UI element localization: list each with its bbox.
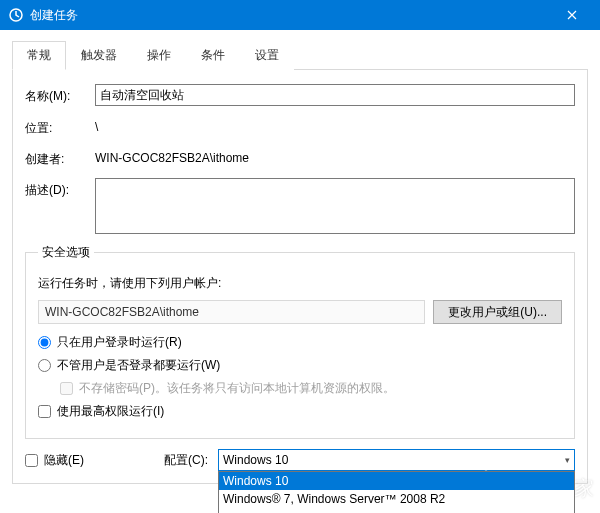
description-input[interactable]	[95, 178, 575, 234]
highest-priv-label: 使用最高权限运行(I)	[57, 403, 164, 420]
radio-logged-on-input[interactable]	[38, 336, 51, 349]
description-label: 描述(D):	[25, 178, 95, 199]
run-as-text: 运行任务时，请使用下列用户帐户:	[38, 275, 562, 292]
window-title: 创建任务	[30, 7, 552, 24]
config-select-value: Windows 10	[223, 453, 565, 467]
change-user-button[interactable]: 更改用户或组(U)...	[433, 300, 562, 324]
hidden-check[interactable]: 隐藏(E)	[25, 452, 84, 469]
no-password-label: 不存储密码(P)。该任务将只有访问本地计算机资源的权限。	[79, 380, 395, 397]
highest-priv-input[interactable]	[38, 405, 51, 418]
config-option-2[interactable]: Windows Vista™、Windows Server™ 2008	[219, 508, 574, 513]
app-icon	[8, 7, 24, 23]
security-legend: 安全选项	[38, 244, 94, 261]
tab-actions[interactable]: 操作	[132, 41, 186, 70]
titlebar: 创建任务	[0, 0, 600, 30]
tabs: 常规 触发器 操作 条件 设置	[12, 40, 588, 70]
security-options-group: 安全选项 运行任务时，请使用下列用户帐户: WIN-GCOC82FSB2A\it…	[25, 244, 575, 439]
config-select-box[interactable]: Windows 10 ▾	[218, 449, 575, 471]
no-password-check: 不存储密码(P)。该任务将只有访问本地计算机资源的权限。	[60, 380, 562, 397]
radio-any[interactable]: 不管用户是否登录都要运行(W)	[38, 357, 562, 374]
config-option-0[interactable]: Windows 10	[219, 472, 574, 490]
radio-logged-on-label: 只在用户登录时运行(R)	[57, 334, 182, 351]
name-input[interactable]	[95, 84, 575, 106]
tab-conditions[interactable]: 条件	[186, 41, 240, 70]
config-option-1[interactable]: Windows® 7, Windows Server™ 2008 R2	[219, 490, 574, 508]
no-password-input	[60, 382, 73, 395]
tab-triggers[interactable]: 触发器	[66, 41, 132, 70]
tab-general[interactable]: 常规	[12, 41, 66, 70]
highest-priv-check[interactable]: 使用最高权限运行(I)	[38, 403, 562, 420]
name-label: 名称(M):	[25, 84, 95, 105]
bottom-row: 隐藏(E) 配置(C): Windows 10 ▾ Windows 10 Win…	[25, 449, 575, 471]
chevron-down-icon: ▾	[565, 455, 570, 465]
radio-logged-on[interactable]: 只在用户登录时运行(R)	[38, 334, 562, 351]
hidden-label: 隐藏(E)	[44, 452, 84, 469]
account-display: WIN-GCOC82FSB2A\ithome	[38, 300, 425, 324]
tab-panel-general: 名称(M): 位置: \ 创建者: WIN-GCOC82FSB2A\ithome…	[12, 70, 588, 484]
author-label: 创建者:	[25, 147, 95, 168]
radio-any-input[interactable]	[38, 359, 51, 372]
config-select[interactable]: Windows 10 ▾ Windows 10 Windows® 7, Wind…	[218, 449, 575, 471]
author-value: WIN-GCOC82FSB2A\ithome	[95, 147, 249, 165]
content-area: 常规 触发器 操作 条件 设置 名称(M): 位置: \ 创建者: WIN-GC…	[0, 30, 600, 492]
location-value: \	[95, 116, 98, 134]
close-button[interactable]	[552, 0, 592, 30]
radio-any-label: 不管用户是否登录都要运行(W)	[57, 357, 220, 374]
config-dropdown: Windows 10 Windows® 7, Windows Server™ 2…	[218, 471, 575, 513]
config-label: 配置(C):	[164, 452, 208, 469]
tab-settings[interactable]: 设置	[240, 41, 294, 70]
hidden-input[interactable]	[25, 454, 38, 467]
location-label: 位置:	[25, 116, 95, 137]
